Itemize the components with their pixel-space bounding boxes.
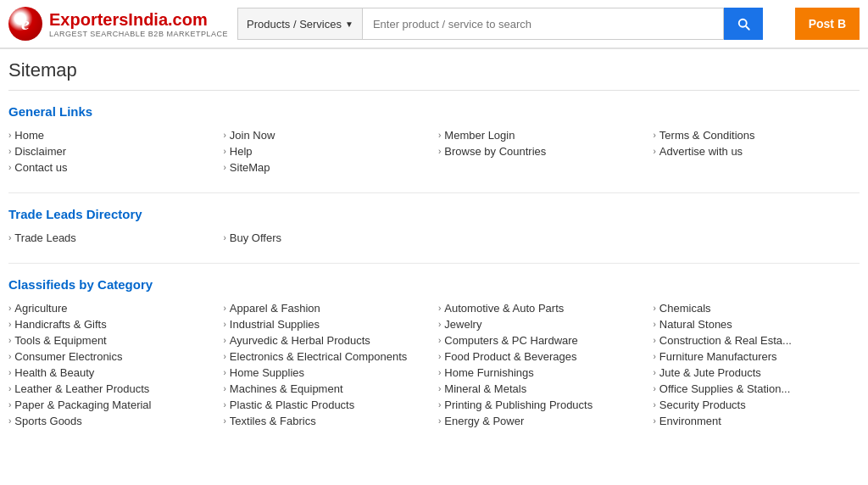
chevron-icon: › xyxy=(8,163,11,172)
chevron-icon: › xyxy=(654,131,656,140)
chevron-icon: › xyxy=(8,336,11,345)
search-input[interactable] xyxy=(362,8,724,40)
general-col-4: ›Terms & Conditions ›Advertise with us xyxy=(654,127,860,176)
list-item[interactable]: ›Home xyxy=(8,127,215,143)
list-item[interactable]: ›Automotive & Auto Parts xyxy=(438,300,645,316)
list-item[interactable]: ›Printing & Publishing Products xyxy=(438,397,645,413)
search-button[interactable] xyxy=(724,8,763,40)
chevron-icon: › xyxy=(224,320,226,329)
list-item[interactable]: ›Jewelry xyxy=(438,316,645,332)
chevron-icon: › xyxy=(8,320,11,329)
chevron-icon: › xyxy=(438,320,441,329)
chevron-icon: › xyxy=(654,416,656,426)
list-item[interactable]: ›Furniture Manufacturers xyxy=(654,348,860,365)
chevron-icon: › xyxy=(224,400,226,410)
list-item[interactable]: ›Browse by Countries xyxy=(438,143,645,159)
list-item[interactable]: ›Security Products xyxy=(654,397,860,413)
list-item[interactable]: ›Plastic & Plastic Products xyxy=(224,397,431,413)
header: e ExportersIndia.com LARGEST SEARCHABLE … xyxy=(0,0,868,49)
list-item[interactable]: ›Tools & Equipment xyxy=(8,332,215,348)
list-item[interactable]: ›Contact us xyxy=(8,159,215,176)
chevron-icon: › xyxy=(438,304,441,313)
list-item[interactable]: ›Energy & Power xyxy=(438,413,645,429)
post-buy-button[interactable]: Post B xyxy=(795,8,860,40)
list-item[interactable]: ›Office Supplies & Station... xyxy=(654,381,860,397)
list-item[interactable]: ›Computers & PC Hardware xyxy=(438,332,645,348)
logo-domain: .com xyxy=(168,10,208,29)
list-item[interactable]: ›Leather & Leather Products xyxy=(8,381,215,397)
chevron-icon: › xyxy=(654,352,656,361)
chevron-icon: › xyxy=(224,131,226,140)
chevron-icon: › xyxy=(8,147,11,156)
list-item[interactable]: ›Help xyxy=(224,143,431,159)
list-item[interactable]: ›Terms & Conditions xyxy=(654,127,860,143)
list-item[interactable]: ›Jute & Jute Products xyxy=(654,365,860,381)
list-item[interactable]: ›Ayurvedic & Herbal Products xyxy=(224,332,431,348)
list-item[interactable]: ›Buy Offers xyxy=(224,230,431,246)
chevron-icon: › xyxy=(8,233,11,242)
trade-links-grid: ›Trade Leads ›Buy Offers xyxy=(8,230,860,246)
chevron-icon: › xyxy=(438,352,441,361)
list-item[interactable]: ›Chemicals xyxy=(654,300,860,316)
divider xyxy=(8,192,860,193)
chevron-icon: › xyxy=(654,368,656,377)
list-item[interactable]: ›Member Login xyxy=(438,127,645,143)
divider xyxy=(8,263,860,264)
chevron-icon: › xyxy=(8,368,11,377)
list-item[interactable]: ›Advertise with us xyxy=(654,143,860,159)
list-item[interactable]: ›Machines & Equipment xyxy=(224,381,431,397)
content-area: Sitemap General Links ›Home ›Disclaimer … xyxy=(0,49,868,456)
chevron-icon: › xyxy=(224,368,226,377)
list-item[interactable]: ›SiteMap xyxy=(224,159,431,176)
chevron-icon: › xyxy=(654,384,656,393)
list-item[interactable]: ›Handicrafts & Gifts xyxy=(8,316,215,332)
general-links-title: General Links xyxy=(8,104,860,119)
chevron-icon: › xyxy=(438,336,441,345)
general-col-1: ›Home ›Disclaimer ›Contact us xyxy=(8,127,215,176)
list-item[interactable]: ›Electronics & Electrical Components xyxy=(224,348,431,365)
list-item[interactable]: ›Environment xyxy=(654,413,860,429)
classifieds-section: Classifieds by Category ›Agriculture ›Ha… xyxy=(8,277,860,429)
list-item[interactable]: ›Textiles & Fabrics xyxy=(224,413,431,429)
trade-leads-title: Trade Leads Directory xyxy=(8,207,860,221)
list-item[interactable]: ›Sports Goods xyxy=(8,413,215,429)
general-links-grid: ›Home ›Disclaimer ›Contact us ›Join Now … xyxy=(8,127,860,176)
chevron-icon: › xyxy=(654,400,656,410)
chevron-icon: › xyxy=(224,352,226,361)
classifieds-title: Classifieds by Category xyxy=(8,277,860,292)
chevron-icon: › xyxy=(224,147,226,156)
list-item[interactable]: ›Food Product & Beverages xyxy=(438,348,645,365)
classifieds-col-3: ›Automotive & Auto Parts ›Jewelry ›Compu… xyxy=(438,300,645,429)
list-item[interactable]: ›Apparel & Fashion xyxy=(224,300,431,316)
classifieds-col-1: ›Agriculture ›Handicrafts & Gifts ›Tools… xyxy=(8,300,215,429)
chevron-icon: › xyxy=(654,304,656,313)
list-item[interactable]: ›Agriculture xyxy=(8,300,215,316)
trade-leads-section: Trade Leads Directory ›Trade Leads ›Buy … xyxy=(8,207,860,246)
list-item[interactable]: ›Home Furnishings xyxy=(438,365,645,381)
chevron-icon: › xyxy=(654,147,656,156)
logo-name: ExportersIndia.com xyxy=(49,9,228,30)
list-item[interactable]: ›Disclaimer xyxy=(8,143,215,159)
chevron-icon: › xyxy=(8,352,11,361)
general-col-2: ›Join Now ›Help ›SiteMap xyxy=(224,127,431,176)
list-item[interactable]: ›Home Supplies xyxy=(224,365,431,381)
list-item[interactable]: ›Health & Beauty xyxy=(8,365,215,381)
trade-col-3 xyxy=(438,230,645,246)
chevron-icon: › xyxy=(224,163,226,172)
chevron-icon: › xyxy=(8,416,11,426)
list-item[interactable]: ›Paper & Packaging Material xyxy=(8,397,215,413)
search-category-dropdown[interactable]: Products / Services ▼ xyxy=(237,8,362,40)
list-item[interactable]: ›Mineral & Metals xyxy=(438,381,645,397)
chevron-icon: › xyxy=(224,416,226,426)
list-item[interactable]: ›Join Now xyxy=(224,127,431,143)
logo-text: ExportersIndia.com LARGEST SEARCHABLE B2… xyxy=(49,9,228,38)
list-item[interactable]: ›Consumer Electronics xyxy=(8,348,215,365)
list-item[interactable]: ›Industrial Supplies xyxy=(224,316,431,332)
chevron-icon: › xyxy=(8,131,11,140)
general-col-3: ›Member Login ›Browse by Countries xyxy=(438,127,645,176)
chevron-icon: › xyxy=(224,384,226,393)
list-item[interactable]: ›Trade Leads xyxy=(8,230,215,246)
list-item[interactable]: ›Natural Stones xyxy=(654,316,860,332)
chevron-icon: › xyxy=(8,400,11,410)
list-item[interactable]: ›Construction & Real Esta... xyxy=(654,332,860,348)
